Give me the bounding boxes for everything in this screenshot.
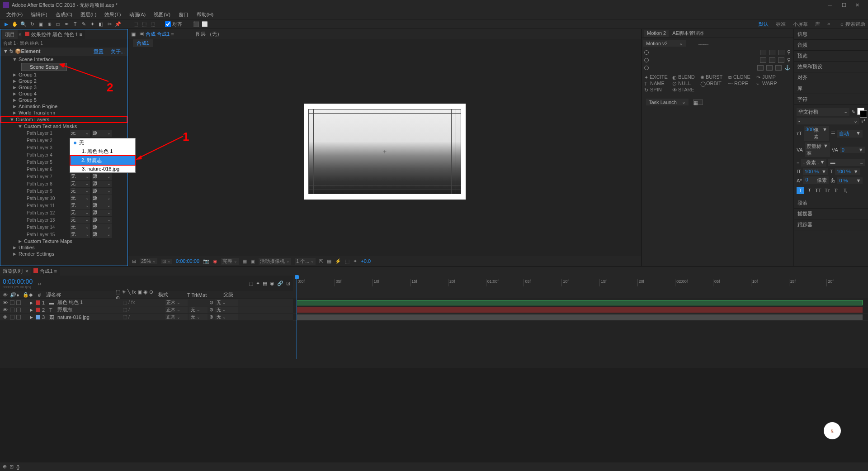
layer-twirl[interactable]: ► <box>29 314 34 320</box>
baseline-input[interactable]: 0像素 <box>803 176 829 184</box>
footer-icon[interactable]: ⊞ <box>132 258 136 264</box>
superscript-button[interactable]: T' <box>833 187 840 194</box>
font-family-dropdown[interactable]: 华文行楷⌄ <box>797 108 849 116</box>
group-4[interactable]: ►Group 4 <box>0 90 127 97</box>
custom-layers[interactable]: ▼Custom Layers <box>0 116 127 123</box>
tracking-input[interactable]: 0▼ <box>840 147 865 153</box>
tracker-panel-header[interactable]: 跟踪器 <box>794 219 868 230</box>
path-layer-dd2[interactable]: 源 <box>92 217 112 224</box>
layer-bar[interactable] <box>297 307 863 313</box>
preview-panel-header[interactable]: 预览 <box>794 51 868 62</box>
radio-3[interactable] <box>644 66 649 70</box>
channel-icon[interactable]: ◉ <box>213 258 217 264</box>
dropdown-option-3[interactable]: 3. nature-016.jpg <box>70 165 135 172</box>
italic-button[interactable]: T <box>806 187 813 194</box>
menu-window[interactable]: 窗口 <box>175 10 192 19</box>
search-help-field[interactable]: 搜索帮助 <box>845 21 865 28</box>
group-3[interactable]: ►Group 3 <box>0 84 127 90</box>
tl-tab-close-icon[interactable]: × <box>25 268 28 274</box>
btn-c2[interactable] <box>766 65 773 71</box>
task-launch-dropdown[interactable]: Task Launch⌄ <box>646 99 689 105</box>
stroke-color[interactable] <box>860 110 867 118</box>
layer-bar[interactable] <box>297 314 863 320</box>
caps-button[interactable]: TT <box>815 187 822 194</box>
status-icon-2[interactable]: ⊡ <box>9 464 14 470</box>
tl-icon-5[interactable]: 🔗 <box>277 281 283 286</box>
tab-close-icon[interactable]: × <box>19 32 21 37</box>
menu-help[interactable]: 帮助(H) <box>193 10 217 19</box>
path-layer-dd1[interactable]: 无 <box>70 209 90 216</box>
layer-label-color[interactable] <box>36 300 40 305</box>
layer-audio-toggle[interactable] <box>10 308 14 312</box>
anchor2-icon[interactable]: ⚲ <box>787 57 791 63</box>
timeline-icon[interactable]: ⬚ <box>345 258 349 264</box>
draft-icon[interactable]: ▦ <box>327 258 331 264</box>
close-button[interactable]: ✕ <box>855 2 861 8</box>
character-panel-header[interactable]: 字符 <box>794 94 868 105</box>
status-icon-1[interactable]: ⊕ <box>3 464 7 470</box>
zoom-dropdown[interactable]: 25% <box>140 258 157 264</box>
effect-controls-tab[interactable]: 效果控件 黑色 纯色 1 ≡ <box>22 30 85 39</box>
dropdown-option-2[interactable]: 2. 野鹿志 <box>70 155 136 166</box>
action-warp[interactable]: ⌁WARP <box>756 81 778 86</box>
menu-animation[interactable]: 动画(A) <box>126 10 150 19</box>
path-layer-dd1[interactable]: 无 <box>70 181 90 187</box>
parent-pickwhip-icon[interactable]: ⊚ <box>209 300 213 305</box>
search-layers-input[interactable]: ⌕ <box>38 281 41 286</box>
col-solo-icon[interactable]: ● <box>16 292 21 298</box>
hand-tool-icon[interactable]: ✋ <box>11 20 19 28</box>
dropdown-option-none[interactable]: 无 <box>70 138 135 147</box>
tl-icon-2[interactable]: ✦ <box>256 281 260 286</box>
action-null[interactable]: ∅NULL <box>672 81 694 86</box>
layer-audio-toggle[interactable] <box>10 300 14 305</box>
zoom-tool-icon[interactable]: 🔍 <box>20 20 27 28</box>
comp-subtab[interactable]: 合成1 <box>133 39 153 47</box>
radio-2[interactable] <box>644 58 649 62</box>
layer-row-1[interactable]: 👁 ► 1 ▬ 黑色 纯色 1 ⬚ / fx 正常 ⊚ 无 <box>0 299 868 306</box>
swap-colors-icon[interactable]: ⇄ <box>861 118 865 124</box>
eraser-tool-icon[interactable]: ◧ <box>97 20 104 28</box>
path-layer-dd2[interactable]: 源 <box>92 130 112 137</box>
workspace-default[interactable]: 默认 <box>759 21 769 28</box>
layer-solo-toggle[interactable] <box>16 315 21 319</box>
path-layer-dd1[interactable]: 无 <box>70 231 90 238</box>
info-panel-header[interactable]: 信息 <box>794 29 868 40</box>
path-layer-dd1[interactable]: 无 <box>70 217 90 224</box>
btn-c3[interactable] <box>775 65 782 71</box>
layer-switches[interactable]: ⬚ / <box>123 314 163 320</box>
world-transform[interactable]: ►World Transform <box>0 109 127 116</box>
layer-twirl[interactable]: ► <box>29 300 34 305</box>
effect-reset[interactable]: 重置 <box>94 49 104 54</box>
layer-trkmat-dropdown[interactable]: 无 <box>189 307 208 313</box>
layer-visibility-icon[interactable]: 👁 <box>3 314 8 320</box>
layer-solo-toggle[interactable] <box>16 300 21 305</box>
btn-b3[interactable] <box>778 57 784 63</box>
action-orbit[interactable]: ◯ORBIT <box>700 81 722 86</box>
exposure-value[interactable]: +0.0 <box>361 258 371 264</box>
layer-trkmat-dropdown[interactable]: 无 <box>189 314 208 320</box>
btn-c1[interactable] <box>757 65 764 71</box>
world-axis-icon[interactable]: ⬚ <box>141 20 148 28</box>
timeline-comp-tab[interactable]: 合成1 ≡ <box>31 267 60 276</box>
flowchart-icon[interactable]: ✦ <box>353 258 357 264</box>
kerning-input[interactable]: 度量标准▼ <box>805 143 830 157</box>
layer-tab[interactable]: 图层 （无） <box>196 31 222 38</box>
effect-about[interactable]: 关于... <box>111 49 125 54</box>
share-icon[interactable]: ⇱ <box>319 258 323 264</box>
path-layer-dd2[interactable]: 源 <box>92 181 112 187</box>
motion-version-dropdown[interactable]: Motion v2⌄ <box>643 40 686 47</box>
maximize-button[interactable]: ☐ <box>842 2 847 8</box>
layer-row-3[interactable]: 👁 ► 3 🖼 nature-016.jpg ⬚ / 正常 无 ⊚ 无 <box>0 314 868 321</box>
scene-interface-row[interactable]: ▼Scene Interface <box>0 56 127 62</box>
action-burst[interactable]: ✺BURST <box>700 74 722 80</box>
bold-button[interactable]: T <box>797 187 804 194</box>
local-axis-icon[interactable]: ⬚ <box>132 20 139 28</box>
anchor3-icon[interactable]: ⚓ <box>784 65 791 71</box>
mask-icon[interactable]: ▣ <box>250 258 255 264</box>
font-style-dropdown[interactable]: -⌄ <box>797 118 859 124</box>
path-layer-dd1[interactable]: 无 <box>70 202 90 209</box>
brush-tool-icon[interactable]: ✎ <box>80 20 87 28</box>
font-size-input[interactable]: 300像素▼ <box>804 126 829 141</box>
menu-composition[interactable]: 合成(C) <box>52 10 76 19</box>
status-icon-3[interactable]: {} <box>16 464 19 470</box>
